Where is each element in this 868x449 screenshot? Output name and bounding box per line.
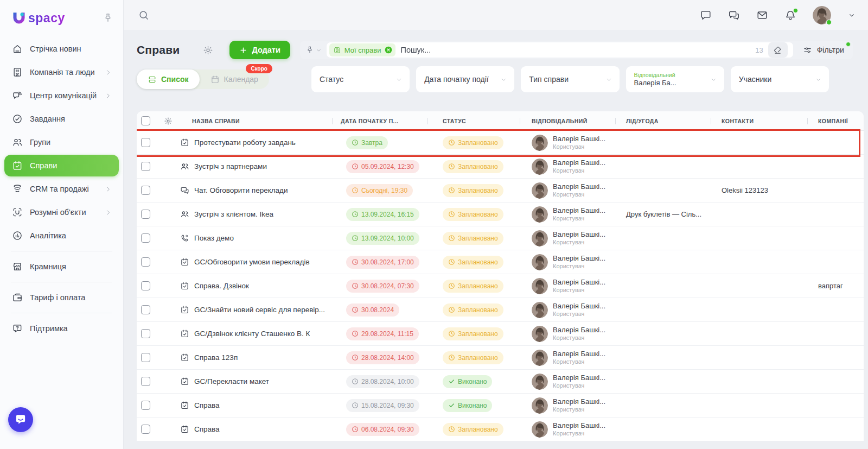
table-row[interactable]: Протестувати роботу завдань Завтра Запла… <box>137 131 864 155</box>
case-name-link[interactable]: Справа <box>194 401 220 409</box>
check-icon <box>448 402 455 409</box>
saved-filter-chip[interactable]: Мої справи <box>329 43 396 56</box>
case-name-link[interactable]: Справа <box>194 425 220 433</box>
sidebar-item-cases[interactable]: Справи <box>4 155 119 176</box>
page-settings-gear-icon[interactable] <box>203 45 213 55</box>
row-checkbox[interactable] <box>141 305 150 314</box>
sidebar-item-news[interactable]: Стрічка новин <box>4 38 119 60</box>
case-name-link[interactable]: Справа 123п <box>194 353 238 362</box>
avatar <box>532 135 548 151</box>
notifications-bell[interactable] <box>784 9 796 21</box>
date-chip: 15.08.2024, 09:30 <box>346 399 419 412</box>
table-row[interactable]: GC/Перекласти макет 28.08.2024, 10:00 Ви… <box>137 370 864 394</box>
row-checkbox[interactable] <box>141 281 150 290</box>
case-name-link[interactable]: GC/Дзвінок клієнту Сташенко В. К <box>194 330 310 338</box>
table-row[interactable]: Справа. Дзвінок 30.08.2024, 07:30 Заплан… <box>137 274 864 298</box>
filter-select[interactable]: Відповідальний Валерія Ба... <box>626 66 724 92</box>
table-row[interactable]: Зустріч з партнерами 05.09.2024, 12:30 З… <box>137 155 864 179</box>
case-name-link[interactable]: GC/Знайти новий сервіс для перевір... <box>194 306 325 314</box>
row-checkbox[interactable] <box>141 210 150 219</box>
sidebar-item-groups[interactable]: Групи <box>4 131 119 153</box>
view-toggle: Список Календар Скоро <box>137 69 269 89</box>
sidebar-item-tasks[interactable]: Завдання <box>4 108 119 130</box>
case-name-link[interactable]: Зустріч з партнерами <box>194 162 267 170</box>
uspacy-logo-text: spacy <box>28 11 65 26</box>
sidebar-item-comms[interactable]: Центр комунікацій <box>4 85 119 106</box>
chevron-down-icon[interactable] <box>847 11 856 20</box>
table-row[interactable]: Справа 15.08.2024, 09:30 Виконано Валері… <box>137 394 864 418</box>
date-chip: 28.08.2024, 14:00 <box>346 351 419 364</box>
row-checkbox[interactable] <box>141 353 150 362</box>
table-row[interactable]: GC/Дзвінок клієнту Сташенко В. К 29.08.2… <box>137 322 864 346</box>
table-row[interactable]: Показ демо 13.09.2024, 10:00 Заплановано… <box>137 226 864 250</box>
remove-chip-icon[interactable] <box>384 46 393 54</box>
filter-select[interactable]: Тип справи <box>521 66 619 92</box>
filter-select[interactable]: Статус <box>311 66 410 92</box>
calendar-view-icon <box>210 75 220 84</box>
row-checkbox[interactable] <box>141 425 150 434</box>
chat-bubble-icon <box>14 413 28 427</box>
user-menu-avatar[interactable] <box>813 6 831 24</box>
case-name-link[interactable]: Чат. Обговорити переклади <box>194 186 288 194</box>
search-input[interactable] <box>400 46 750 54</box>
case-name-link[interactable]: GC/Перекласти макет <box>194 377 269 385</box>
uspacy-logo[interactable]: spacy <box>11 10 65 26</box>
add-case-button[interactable]: Додати <box>229 41 290 59</box>
table-row[interactable]: Справа 123п 28.08.2024, 14:00 Запланован… <box>137 346 864 370</box>
clear-filters-button[interactable] <box>768 42 788 58</box>
table-row[interactable]: Чат. Обговорити переклади Сьогодні, 19:3… <box>137 179 864 203</box>
case-name-link[interactable]: Показ демо <box>194 234 234 242</box>
view-toggle-list[interactable]: Список <box>137 69 200 89</box>
sidebar-item-support[interactable]: Підтримка <box>4 318 119 339</box>
sidebar-item-crm[interactable]: CRM та продажі <box>4 178 119 200</box>
filters-button[interactable]: Фільтри <box>795 42 852 58</box>
sidebar-item-smart[interactable]: Розумні об'єкти <box>4 201 119 223</box>
status-badge: Заплановано <box>443 303 503 317</box>
row-checkbox[interactable] <box>141 138 150 147</box>
chevron-right-icon <box>104 68 112 77</box>
table-body: Протестувати роботу завдань Завтра Запла… <box>137 131 864 441</box>
clock-icon <box>448 258 455 265</box>
clock-icon <box>352 402 359 409</box>
table-row[interactable]: GC/Знайти новий сервіс для перевір... 30… <box>137 298 864 322</box>
case-name-link[interactable]: GC/Обговорити умови перекладів <box>194 258 310 266</box>
messenger-icon[interactable] <box>728 9 740 21</box>
table-header: НАЗВА СПРАВИ ДАТА ПОЧАТКУ П... СТАТУС ВІ… <box>137 111 864 131</box>
sidebar-pin-icon[interactable] <box>103 12 113 23</box>
row-checkbox[interactable] <box>141 377 150 386</box>
sidebar-item-analytics[interactable]: Аналітика <box>4 225 119 246</box>
mail-icon[interactable] <box>756 9 768 21</box>
select-all-checkbox[interactable] <box>141 116 150 125</box>
pin-filter-dropdown[interactable] <box>302 46 327 54</box>
row-checkbox[interactable] <box>141 233 150 243</box>
sidebar-item-company[interactable]: Компанія та люди <box>4 61 119 83</box>
avatar <box>532 278 548 294</box>
table-settings-gear-icon[interactable] <box>164 117 173 125</box>
comment-icon[interactable] <box>700 9 712 21</box>
case-name-link[interactable]: Протестувати роботу завдань <box>194 138 296 147</box>
groups-icon <box>12 137 23 148</box>
row-checkbox[interactable] <box>141 257 150 267</box>
row-checkbox[interactable] <box>141 329 150 338</box>
table-row[interactable]: Зустріч з клієнтом. Ikea 13.09.2024, 16:… <box>137 203 864 226</box>
sidebar-item-store[interactable]: Крамниця <box>4 256 119 277</box>
responsible-name: Валерія Башкі... <box>553 350 605 358</box>
clock-icon <box>448 211 455 218</box>
support-chat-button[interactable] <box>8 407 33 432</box>
case-name-link[interactable]: Зустріч з клієнтом. Ikea <box>194 210 273 218</box>
clock-icon <box>448 282 455 289</box>
search-icon[interactable] <box>138 9 150 21</box>
row-checkbox[interactable] <box>141 186 150 195</box>
avatar <box>532 374 548 390</box>
filter-select[interactable]: Учасники <box>731 66 829 92</box>
filter-select[interactable]: Дата початку події <box>416 66 514 92</box>
status-badge: Заплановано <box>443 256 503 269</box>
clock-icon <box>352 163 359 170</box>
row-checkbox[interactable] <box>141 162 150 171</box>
sidebar-item-billing[interactable]: Тариф і оплата <box>4 287 119 308</box>
table-row[interactable]: Справа 06.08.2024, 09:30 Заплановано Вал… <box>137 418 864 441</box>
case-name-link[interactable]: Справа. Дзвінок <box>194 282 249 290</box>
table-row[interactable]: GC/Обговорити умови перекладів 30.08.202… <box>137 250 864 274</box>
list-view-icon <box>148 75 157 84</box>
row-checkbox[interactable] <box>141 401 150 410</box>
